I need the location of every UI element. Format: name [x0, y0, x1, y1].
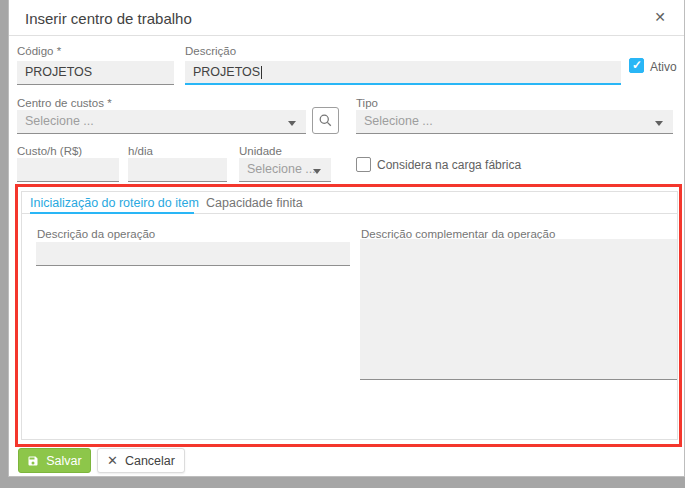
- custo-h-input[interactable]: [17, 158, 119, 182]
- unidade-select[interactable]: Selecione ...: [239, 158, 331, 182]
- chevron-down-icon: [655, 121, 663, 126]
- descricao-label: Descrição: [185, 45, 236, 57]
- chevron-down-icon: [313, 169, 321, 174]
- h-dia-label: h/dia: [128, 145, 153, 157]
- codigo-label: Código *: [17, 45, 61, 57]
- insert-work-center-dialog: Inserir centro de trabalho ✕ Código * PR…: [8, 0, 685, 477]
- centro-custos-placeholder: Selecione ...: [25, 114, 94, 128]
- descricao-operacao-input[interactable]: [36, 242, 350, 266]
- tab-inicializacao-roteiro[interactable]: Inicialização do roteiro do item: [30, 192, 194, 214]
- h-dia-input[interactable]: [128, 158, 227, 182]
- cancel-button-label: Cancelar: [125, 454, 175, 468]
- ativo-label: Ativo: [650, 60, 677, 74]
- unidade-label: Unidade: [239, 145, 282, 157]
- save-button[interactable]: Salvar: [18, 448, 91, 473]
- ativo-checkbox[interactable]: [629, 58, 644, 73]
- close-icon[interactable]: ✕: [654, 9, 666, 25]
- tab-capacidade-finita[interactable]: Capacidade finita: [206, 192, 286, 214]
- centro-custos-label: Centro de custos *: [17, 97, 112, 109]
- page-background: { "window": { "title": "Inserir centro d…: [0, 0, 685, 488]
- save-icon: [27, 455, 39, 467]
- routing-panel: Inicialização do roteiro do item Capacid…: [21, 191, 678, 440]
- search-icon: [318, 113, 333, 128]
- custo-h-label: Custo/h (R$): [17, 145, 82, 157]
- dialog-title: Inserir centro de trabalho: [25, 10, 192, 27]
- centro-custos-select[interactable]: Selecione ...: [17, 110, 306, 134]
- codigo-value: PROJETOS: [25, 65, 92, 79]
- dialog-header: Inserir centro de trabalho ✕: [9, 0, 684, 36]
- tipo-label: Tipo: [356, 97, 378, 109]
- descricao-operacao-label: Descrição da operação: [37, 228, 155, 240]
- codigo-input[interactable]: PROJETOS: [17, 61, 174, 85]
- chevron-down-icon: [288, 121, 296, 126]
- tabs-bar: Inicialização do roteiro do item Capacid…: [22, 192, 677, 214]
- cancel-button[interactable]: ✕ Cancelar: [97, 448, 185, 473]
- descricao-complementar-textarea[interactable]: [360, 239, 677, 380]
- save-button-label: Salvar: [46, 454, 81, 468]
- tipo-select[interactable]: Selecione ...: [356, 110, 673, 134]
- tipo-placeholder: Selecione ...: [364, 114, 433, 128]
- considera-carga-checkbox[interactable]: [356, 157, 371, 172]
- unidade-placeholder: Selecione ...: [247, 162, 316, 176]
- search-button[interactable]: [312, 107, 339, 134]
- considera-carga-label: Considera na carga fábrica: [377, 158, 521, 172]
- descricao-input[interactable]: PROJETOS: [185, 61, 621, 85]
- cancel-x-icon: ✕: [107, 453, 118, 468]
- descricao-value: PROJETOS: [193, 65, 260, 79]
- text-cursor: [261, 66, 262, 79]
